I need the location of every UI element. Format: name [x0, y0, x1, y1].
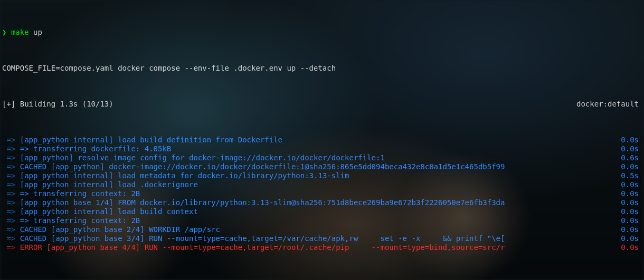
build-step-text: => [app_python] resolve image config for… — [2, 153, 385, 162]
build-step-time: 0.0s — [621, 243, 642, 252]
build-step: => [app_python internal] load metadata f… — [2, 171, 642, 180]
build-step-text: => CACHED [app_python base 2/4] WORKDIR … — [2, 225, 220, 234]
build-step-text: => CACHED [app_python base 3/4] RUN --mo… — [2, 234, 505, 243]
build-step-time: 0.0s — [621, 225, 642, 234]
build-step-error: => ERROR [app_python base 4/4] RUN --mou… — [2, 243, 642, 252]
build-step: => CACHED [app_python] docker-image://do… — [2, 162, 642, 171]
build-step-time: 0.0s — [621, 136, 642, 144]
command-name: make — [11, 28, 29, 36]
build-step-time: 0.0s — [621, 234, 642, 243]
build-step-time: 0.0s — [621, 207, 642, 216]
terminal-output[interactable]: ❯ make up COMPOSE_FILE=compose.yaml dock… — [0, 0, 644, 280]
build-step-text: => [app_python internal] load build defi… — [2, 136, 282, 144]
build-step-time: 0.0s — [621, 189, 642, 198]
build-step: => [app_python base 1/4] FROM docker.io/… — [2, 198, 642, 207]
build-step-time: 0.0s — [621, 162, 642, 171]
build-step: => => transferring dockerfile: 4.05kB0.0… — [2, 144, 642, 153]
build-step-time: 0.5s — [621, 171, 642, 180]
build-steps: => [app_python internal] load build defi… — [2, 136, 642, 252]
command-arg: up — [33, 28, 42, 36]
build-step: => => transferring context: 2B0.0s — [2, 216, 642, 225]
prompt-symbol: ❯ — [2, 28, 6, 36]
build-step-text: => => transferring context: 2B — [2, 216, 140, 225]
build-step-text: => [app_python base 1/4] FROM docker.io/… — [2, 198, 505, 207]
build-step-time: 0.0s — [621, 144, 642, 153]
build-step-time: 0.0s — [621, 216, 642, 225]
command-echo-text: COMPOSE_FILE=compose.yaml docker compose… — [2, 64, 336, 73]
build-step-time: 0.0s — [621, 198, 642, 207]
build-step-text: => [app_python internal] load metadata f… — [2, 171, 349, 180]
build-step: => [app_python internal] load .dockerign… — [2, 180, 642, 189]
command-echo: COMPOSE_FILE=compose.yaml docker compose… — [2, 64, 642, 73]
build-step-text: => [app_python internal] load .dockerign… — [2, 180, 198, 189]
build-step-text: => CACHED [app_python] docker-image://do… — [2, 162, 505, 171]
build-step: => => transferring context: 2B0.0s — [2, 189, 642, 198]
build-step-time: 0.0s — [621, 180, 642, 189]
build-step: => CACHED [app_python base 2/4] WORKDIR … — [2, 225, 642, 234]
build-step: => [app_python] resolve image config for… — [2, 153, 642, 162]
build-step-text: => => transferring context: 2B — [2, 189, 140, 198]
build-step-text: => [app_python internal] load build cont… — [2, 207, 198, 216]
builder-label: docker:default — [576, 100, 642, 109]
build-step-text: => => transferring dockerfile: 4.05kB — [2, 144, 171, 153]
build-step-time: 0.6s — [621, 153, 642, 162]
build-step: => CACHED [app_python base 3/4] RUN --mo… — [2, 234, 642, 243]
build-progress: [+] Building 1.3s (10/13) — [2, 100, 113, 109]
prompt-line[interactable]: ❯ make up — [2, 28, 642, 37]
build-step-text: => ERROR [app_python base 4/4] RUN --mou… — [2, 243, 505, 252]
build-step: => [app_python internal] load build defi… — [2, 136, 642, 144]
build-step: => [app_python internal] load build cont… — [2, 207, 642, 216]
build-header: [+] Building 1.3s (10/13) docker:default — [2, 100, 642, 109]
